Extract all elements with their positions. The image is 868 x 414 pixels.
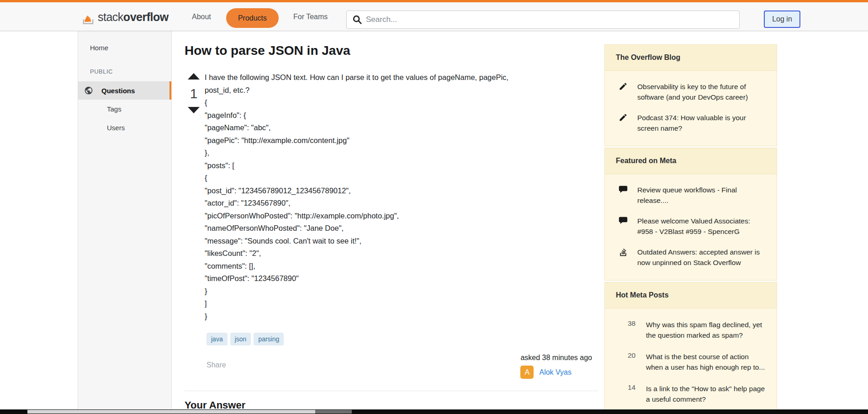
- overflow-blog-card: The Overflow Blog Observability is key t…: [604, 44, 777, 146]
- hot-meta-text: Why was this spam flag declined, yet the…: [646, 319, 767, 340]
- asked-meta: asked 38 minutes ago A Alok Vyas: [520, 354, 592, 379]
- blog-item-text: Observability is key to the future of so…: [637, 81, 767, 102]
- hot-meta-posts-card: Hot Meta Posts 38 Why was this spam flag…: [604, 282, 777, 414]
- nav-about[interactable]: About: [192, 2, 211, 31]
- hot-meta-score: 20: [628, 351, 640, 372]
- sidebar-item-questions-label: Questions: [101, 87, 135, 95]
- sidebar-item-home[interactable]: Home: [78, 31, 171, 52]
- blog-item[interactable]: Podcast 374: How valuable is your screen…: [605, 107, 777, 138]
- body-line: "actor_id": "1234567890",: [205, 197, 508, 210]
- featured-meta-card: Featured on Meta Review queue workflows …: [604, 148, 777, 281]
- author-name-link[interactable]: Alok Vyas: [539, 368, 572, 377]
- featured-item[interactable]: Review queue workflows - Final release..…: [605, 180, 777, 211]
- downvote-button[interactable]: [188, 107, 200, 113]
- question-body: I have the following JSON text. How can …: [205, 71, 508, 323]
- right-sidebar: The Overflow Blog Observability is key t…: [604, 44, 777, 414]
- author-avatar[interactable]: A: [520, 366, 534, 379]
- body-line: post_id, etc.?: [205, 84, 508, 97]
- sidebar-item-users[interactable]: Users: [78, 118, 171, 137]
- question-main: How to parse JSON in Java 1 I have the f…: [172, 31, 598, 409]
- body-line: "timeOfPost": "1234567890": [205, 272, 508, 285]
- body-line: "pageName": "abc",: [205, 122, 508, 134]
- overflow-blog-title: The Overflow Blog: [605, 45, 777, 71]
- body-line: "message": "Sounds cool. Can't wait to s…: [205, 235, 508, 248]
- featured-item[interactable]: Outdated Answers: accepted answer is now…: [605, 242, 777, 273]
- stackoverflow-logo[interactable]: stackoverflow: [81, 9, 169, 25]
- tag-json[interactable]: json: [230, 333, 251, 345]
- featured-meta-title: Featured on Meta: [605, 148, 777, 174]
- featured-item-text: Review queue workflows - Final release..…: [637, 185, 767, 206]
- globe-icon: [84, 86, 93, 95]
- hot-meta-item[interactable]: 14 Is a link to the "How to ask" help pa…: [605, 378, 777, 410]
- speech-bubble-icon: [619, 216, 629, 237]
- body-line: }: [205, 285, 508, 298]
- stack-icon: [619, 247, 629, 268]
- vote-column: 1: [183, 73, 205, 113]
- sidebar-section-public: PUBLIC: [78, 52, 171, 81]
- hot-meta-score: 14: [628, 383, 640, 404]
- body-line: ]: [205, 297, 508, 310]
- body-line: },: [205, 147, 508, 159]
- top-header: stackoverflow About Products For Teams L…: [0, 2, 868, 31]
- hot-meta-item[interactable]: 20 What is the best course of action whe…: [605, 346, 777, 378]
- search-icon: [352, 15, 362, 25]
- question-title: How to parse JSON in Java: [185, 43, 350, 58]
- hot-meta-score: 38: [628, 319, 640, 340]
- blog-item[interactable]: Observability is key to the future of so…: [605, 76, 777, 107]
- featured-item[interactable]: Please welcome Valued Associates: #958 -…: [605, 211, 777, 242]
- scrollbar-track[interactable]: [27, 410, 315, 414]
- pencil-icon: [619, 81, 629, 102]
- sidebar-item-tags[interactable]: Tags: [78, 100, 171, 118]
- horizontal-scrollbar: [0, 409, 868, 414]
- section-divider: [185, 391, 598, 391]
- body-line: I have the following JSON text. How can …: [205, 71, 508, 84]
- body-line: "pageInfo": {: [205, 109, 508, 122]
- featured-item-text: Outdated Answers: accepted answer is now…: [637, 247, 767, 268]
- upvote-button[interactable]: [188, 73, 200, 80]
- hot-meta-posts-title: Hot Meta Posts: [605, 282, 777, 308]
- pencil-icon: [619, 112, 629, 133]
- search-box: [346, 11, 740, 29]
- hot-meta-text: Is a link to the "How to ask" help page …: [646, 383, 767, 404]
- search-input[interactable]: [366, 15, 734, 24]
- selected-accent-bar: [169, 81, 171, 100]
- body-line: {: [205, 172, 508, 185]
- login-button[interactable]: Log in: [764, 11, 800, 28]
- body-line: "likesCount": "2",: [205, 247, 508, 260]
- tag-list: java json parsing: [206, 333, 284, 345]
- body-line: "posts": [: [205, 159, 508, 172]
- sidebar-item-questions[interactable]: Questions: [78, 81, 171, 100]
- body-line: "comments": [],: [205, 260, 508, 273]
- tag-java[interactable]: java: [206, 333, 228, 345]
- featured-item-text: Please welcome Valued Associates: #958 -…: [637, 216, 767, 237]
- body-line: "nameOfPersonWhoPosted": "Jane Doe",: [205, 222, 508, 235]
- scrollbar-thumb[interactable]: [315, 410, 352, 414]
- share-link[interactable]: Share: [206, 361, 226, 369]
- tag-parsing[interactable]: parsing: [254, 333, 284, 345]
- hot-meta-item[interactable]: 38 Why was this spam flag declined, yet …: [605, 314, 777, 346]
- blog-item-text: Podcast 374: How valuable is your screen…: [637, 112, 767, 133]
- body-line: "post_id": "123456789012_123456789012",: [205, 185, 508, 197]
- logo-wordmark: stackoverflow: [98, 11, 169, 24]
- body-line: }: [205, 310, 508, 323]
- speech-bubble-icon: [619, 185, 629, 206]
- body-line: {: [205, 96, 508, 109]
- body-line: "picOfPersonWhoPosted": "http://example.…: [205, 210, 508, 223]
- left-sidebar: Home PUBLIC Questions Tags Users: [78, 31, 172, 409]
- hot-meta-text: What is the best course of action when a…: [646, 351, 767, 372]
- stackoverflow-logo-icon: [81, 9, 95, 25]
- nav-for-teams[interactable]: For Teams: [293, 2, 328, 31]
- nav-products[interactable]: Products: [226, 8, 279, 28]
- top-accent-bar: [0, 0, 868, 2]
- vote-count: 1: [190, 80, 198, 107]
- asked-time: asked 38 minutes ago: [520, 354, 592, 362]
- body-line: "pagePic": "http://example.com/content.j…: [205, 134, 508, 147]
